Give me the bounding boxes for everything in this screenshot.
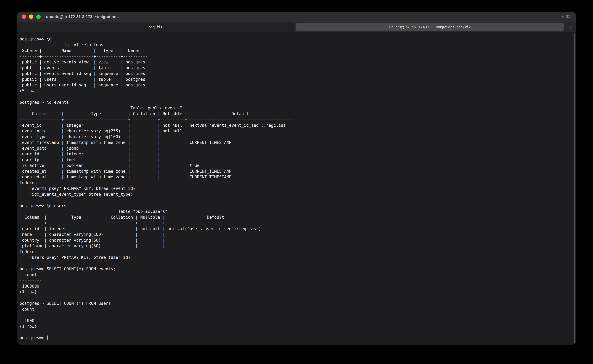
zoom-button[interactable]: [36, 14, 41, 19]
prompt-line: postgres=>: [20, 335, 576, 341]
minimize-button[interactable]: [29, 14, 33, 19]
terminal-content[interactable]: postgres=> \d List of relations Schema |…: [17, 32, 576, 345]
terminal-output: postgres=> \d List of relations Schema |…: [20, 36, 576, 329]
prompt-text: postgres=>: [20, 336, 47, 340]
plus-icon: +: [569, 24, 572, 30]
tab-bar: psql ⌘1 ubuntu@ip-172-31-3-173: ~/migrat…: [17, 22, 576, 32]
window-title: ubuntu@ip-172-31-3-173: ~/migrations: [46, 14, 119, 19]
new-tab-button[interactable]: +: [566, 22, 576, 32]
desktop: ubuntu@ip-172-31-3-173: ~/migrations ⌥⌘1…: [0, 0, 593, 364]
scrollbar[interactable]: [574, 33, 575, 343]
close-button[interactable]: [22, 14, 26, 19]
window-shortcut-hint: ⌥⌘1: [560, 14, 571, 19]
tab-psql-label: psql ⌘1: [149, 25, 163, 29]
tab-ssh-migrations[interactable]: ubuntu@ip-172-31-3-173: ~/migrations (ss…: [296, 23, 564, 31]
tab-ssh-migrations-label: ubuntu@ip-172-31-3-173: ~/migrations (ss…: [389, 25, 471, 29]
tab-psql[interactable]: psql ⌘1: [17, 22, 294, 32]
text-cursor: [47, 336, 48, 340]
titlebar[interactable]: ubuntu@ip-172-31-3-173: ~/migrations ⌥⌘1: [17, 12, 576, 22]
traffic-lights: [17, 14, 41, 19]
terminal-window: ubuntu@ip-172-31-3-173: ~/migrations ⌥⌘1…: [17, 12, 576, 345]
